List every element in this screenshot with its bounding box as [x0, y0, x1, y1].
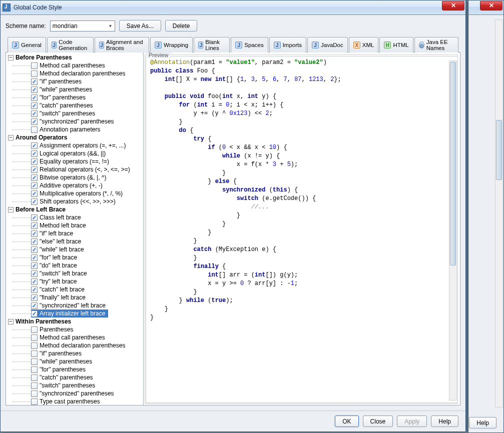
tree-item[interactable]: "if" parentheses [6, 350, 143, 358]
tree-item[interactable]: Parentheses [6, 326, 143, 334]
tree-checkbox[interactable] [31, 126, 38, 133]
tree-checkbox[interactable] [31, 174, 38, 181]
tab-blank-lines[interactable]: JBlank Lines [194, 37, 230, 52]
tree-item[interactable]: "for" parentheses [6, 366, 143, 374]
tree-item[interactable]: Equality operators (==, !=) [6, 158, 143, 166]
tree-item[interactable]: "switch" left brace [6, 270, 143, 278]
tree-item[interactable]: Method left brace [6, 222, 143, 230]
tree-checkbox[interactable] [31, 142, 38, 149]
tree-checkbox[interactable] [31, 358, 38, 365]
tree-checkbox[interactable] [31, 398, 38, 405]
close-dialog-button[interactable]: Close [363, 416, 393, 427]
tab-code-generation[interactable]: JCode Generation [47, 37, 94, 52]
tree-item[interactable]: "synchronized" parentheses [6, 118, 143, 126]
tree-item[interactable]: "finally" left brace [6, 294, 143, 302]
tree-checkbox[interactable] [31, 238, 38, 245]
tree-item[interactable]: Relational operators (<, >, <=, >=) [6, 166, 143, 174]
tree-header[interactable]: −Within Parentheses [6, 318, 143, 326]
tree-item[interactable]: "try" left brace [6, 278, 143, 286]
tab-javadoc[interactable]: JJavaDoc [307, 37, 348, 52]
tree-checkbox[interactable] [31, 70, 38, 77]
tree-checkbox[interactable] [31, 390, 38, 397]
tree-item[interactable]: "for" left brace [6, 254, 143, 262]
close-button[interactable]: ✕ [442, 1, 464, 10]
tree-checkbox[interactable] [31, 326, 38, 333]
scheme-select[interactable]: mondrian [50, 20, 115, 32]
tree-panel[interactable]: −Before ParenthesesMethod call parenthes… [6, 52, 144, 405]
tree-checkbox[interactable] [31, 270, 38, 277]
preview-code[interactable]: @Annotation(param1 = "value1", param2 = … [146, 56, 458, 403]
tree-checkbox[interactable] [31, 246, 38, 253]
preview-scrollbar-thumb[interactable] [450, 62, 456, 266]
tree-checkbox[interactable] [31, 110, 38, 117]
ok-button[interactable]: OK [335, 416, 358, 427]
tab-imports[interactable]: JImports [269, 37, 306, 52]
tree-checkbox[interactable] [31, 286, 38, 293]
tab-alignment-and-braces[interactable]: JAlignment and Braces [95, 37, 149, 52]
tree-item[interactable]: Type cast parentheses [6, 398, 143, 405]
tree-header[interactable]: −Before Parentheses [6, 54, 143, 62]
tree-item[interactable]: "for" parentheses [6, 94, 143, 102]
tab-spaces[interactable]: JSpaces [231, 37, 268, 52]
tree-item[interactable]: Method declaration parentheses [6, 342, 143, 350]
titlebar[interactable]: Global Code Style ✕ [1, 0, 465, 15]
tree-checkbox[interactable] [31, 150, 38, 157]
tab-java-ee-names[interactable]: ◎Java EE Names [414, 37, 458, 52]
tree-checkbox[interactable] [31, 254, 38, 261]
tree-checkbox[interactable] [31, 190, 38, 197]
tree-checkbox[interactable] [31, 78, 38, 85]
tree-checkbox[interactable] [31, 366, 38, 373]
tree-item[interactable]: Additive operators (+, -) [6, 182, 143, 190]
background-scrollbar[interactable] [495, 20, 503, 408]
tree-checkbox[interactable] [31, 230, 38, 237]
tree-checkbox[interactable] [31, 334, 38, 341]
save-as-button[interactable]: Save As... [119, 20, 161, 32]
tree-checkbox[interactable] [31, 166, 38, 173]
tree-checkbox[interactable] [31, 222, 38, 229]
tree-checkbox[interactable] [31, 158, 38, 165]
tree-checkbox[interactable] [31, 62, 38, 69]
tree-item[interactable]: Shift operators (<<, >>, >>>) [6, 198, 143, 206]
tree-item[interactable]: "while" left brace [6, 246, 143, 254]
tree-checkbox[interactable] [31, 102, 38, 109]
tree-item[interactable]: "catch" parentheses [6, 374, 143, 382]
tree-checkbox[interactable] [31, 374, 38, 381]
help-button[interactable]: Help [431, 416, 458, 427]
tree-item[interactable]: "synchronized" parentheses [6, 390, 143, 398]
tree-item[interactable]: "while" parentheses [6, 86, 143, 94]
tree-item[interactable]: "else" left brace [6, 238, 143, 246]
apply-button[interactable]: Apply [397, 416, 427, 427]
tree-item[interactable]: Array initializer left brace [6, 310, 143, 318]
tree-item[interactable]: Assignment operators (=, +=, ...) [6, 142, 143, 150]
tree-checkbox[interactable] [31, 262, 38, 269]
background-help-button[interactable]: Help [469, 417, 496, 428]
tree-checkbox[interactable] [31, 350, 38, 357]
tree-header[interactable]: −Around Operators [6, 134, 143, 142]
tree-item[interactable]: "catch" left brace [6, 286, 143, 294]
tree-checkbox[interactable] [31, 198, 38, 205]
tree-toggle-icon[interactable]: − [8, 207, 14, 212]
tree-checkbox[interactable] [31, 310, 38, 317]
tree-item[interactable]: Method declaration parentheses [6, 70, 143, 78]
tab-html[interactable]: HHTML [379, 37, 413, 52]
tree-toggle-icon[interactable]: − [8, 135, 14, 140]
tree-item[interactable]: Multiplicative operators (*, /, %) [6, 190, 143, 198]
tree-item[interactable]: "switch" parentheses [6, 382, 143, 390]
tree-toggle-icon[interactable]: − [8, 55, 14, 60]
tree-item[interactable]: Annotation parameters [6, 126, 143, 134]
tab-wrapping[interactable]: JWrapping [150, 37, 193, 52]
preview-scrollbar[interactable] [449, 60, 457, 400]
tree-item[interactable]: Bitwise operators (&, |, ^) [6, 174, 143, 182]
tree-checkbox[interactable] [31, 294, 38, 301]
background-close-button[interactable]: ✕ [480, 1, 502, 10]
tab-xml[interactable]: XXML [349, 37, 379, 52]
tree-checkbox[interactable] [31, 86, 38, 93]
tree-item[interactable]: Method call parentheses [6, 62, 143, 70]
tree-header[interactable]: −Before Left Brace [6, 206, 143, 214]
tree-item[interactable]: "while" parentheses [6, 358, 143, 366]
tree-item[interactable]: "if" left brace [6, 230, 143, 238]
tree-toggle-icon[interactable]: − [8, 319, 14, 324]
tree-checkbox[interactable] [31, 94, 38, 101]
tree-checkbox[interactable] [31, 278, 38, 285]
tree-item[interactable]: "do" left brace [6, 262, 143, 270]
